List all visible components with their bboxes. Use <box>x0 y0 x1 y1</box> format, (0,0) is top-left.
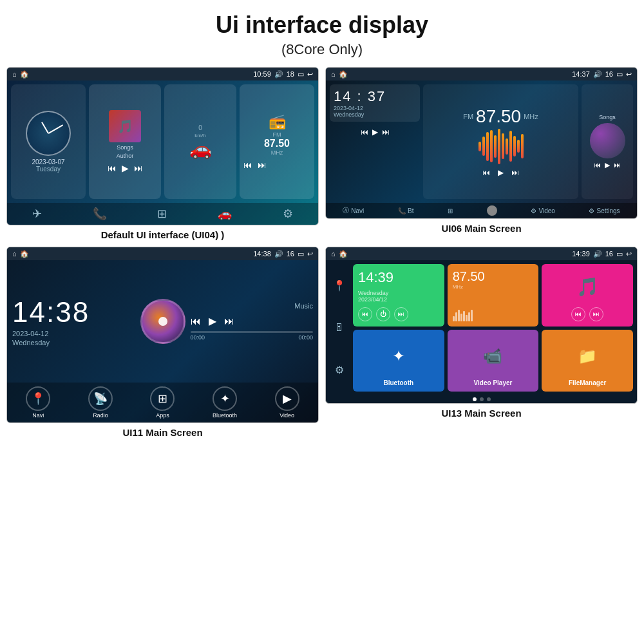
ui04-status-bar: ⌂ 🏠 10:59 🔊 18 ▭ ↩ <box>7 68 318 80</box>
ui04-date: 2023-03-07 <box>32 158 64 166</box>
ui11-time: 14:38 <box>253 250 271 258</box>
fm-prev-icon[interactable]: ⏮ <box>243 160 252 170</box>
ui11-status-left: ⌂ 🏠 <box>12 250 29 258</box>
tile-skip-fwd[interactable]: ⏭ <box>394 307 408 321</box>
ui11-body: 14:38 2023-04-12 Wednesday Music ⏮ ▶ <box>7 260 318 383</box>
ui04-btn-car[interactable]: 🚗 <box>218 207 232 221</box>
screens-grid: ⌂ 🏠 10:59 🔊 18 ▭ ↩ <box>0 67 644 444</box>
ui13-status-right: 14:39 🔊 16 ▭ ↩ <box>572 250 632 258</box>
mini-bar <box>466 315 468 321</box>
waveform-bar <box>502 133 504 159</box>
fm-next-icon[interactable]: ⏭ <box>258 160 267 170</box>
tile-time[interactable]: 14:39 Wednesday 2023/04/12 ⏮ ⏻ ⏭ <box>353 264 444 327</box>
volume-icon4: 🔊 <box>593 250 602 258</box>
mini-bar <box>460 314 462 321</box>
ui11-btn-bluetooth[interactable]: ✦ Bluetooth <box>213 386 237 419</box>
prev-icon[interactable]: ⏮ <box>108 163 117 173</box>
ui04-btn-phone[interactable]: 📞 <box>93 207 107 221</box>
ui04-fm-card: 📻 FM 87.50 MHz ⏮ ⏭ <box>240 84 314 199</box>
play-icon[interactable]: ▶ <box>122 163 129 173</box>
ui06-center-prev[interactable]: ⏮ <box>482 168 490 177</box>
waveform-bar <box>513 136 516 156</box>
bt-phone-icon: 📞 <box>398 207 406 214</box>
back-icon3[interactable]: ↩ <box>307 250 313 258</box>
ui06-playback-controls: ⏮ ▶ ⏭ <box>330 128 420 137</box>
ui06-next[interactable]: ⏭ <box>382 128 390 137</box>
bluetooth-tile-icon: ✦ <box>392 347 405 365</box>
ui11-btn-radio[interactable]: 📡 Radio <box>88 386 113 419</box>
ui04-fm-label: FM <box>273 131 281 138</box>
music-prev-btn[interactable]: ⏮ <box>571 307 585 321</box>
page-subtitle: (8Core Only) <box>0 41 644 58</box>
ui06-play[interactable]: ▶ <box>372 128 378 137</box>
clock-hour-hand <box>41 122 49 133</box>
ui11-next[interactable]: ⏭ <box>224 316 234 327</box>
dot-2 <box>480 397 484 401</box>
back-icon2[interactable]: ↩ <box>626 70 632 79</box>
bluetooth-btn-icon: ✦ <box>213 386 237 411</box>
ui06-right-controls: ⏮ ▶ ⏭ <box>594 161 621 169</box>
ui06-btn-bt[interactable]: 📞 Bt <box>398 207 413 214</box>
ui06-center-play[interactable]: ▶ <box>498 168 504 177</box>
ui11-play[interactable]: ▶ <box>209 315 216 327</box>
home-filled-icon4: 🏠 <box>339 250 348 258</box>
ui06-btn-settings[interactable]: ⚙ Settings <box>589 207 620 214</box>
tile-file-manager[interactable]: 📁 FileManager <box>542 330 633 392</box>
tile-bluetooth[interactable]: ✦ Bluetooth <box>353 330 444 392</box>
music-next-btn[interactable]: ⏭ <box>589 307 603 321</box>
folder-tile-icon: 📁 <box>578 347 597 365</box>
tile-fm[interactable]: 87.50 MHz <box>448 264 539 327</box>
waveform-bar <box>498 129 500 164</box>
next-icon[interactable]: ⏭ <box>134 163 143 173</box>
ui06-time: 14:37 <box>572 70 590 78</box>
tile-video-player[interactable]: 📹 Video Player <box>448 330 539 392</box>
speed-label: 0 <box>198 124 202 131</box>
ui04-btn-apps[interactable]: ⊞ <box>157 207 167 221</box>
waveform-bar <box>482 137 485 156</box>
ui06-r-next[interactable]: ⏭ <box>614 161 621 169</box>
ui04-screen: ⌂ 🏠 10:59 🔊 18 ▭ ↩ <box>6 67 319 225</box>
tile-skip-back[interactable]: ⏮ <box>358 307 372 321</box>
apps-btn-icon: ⊞ <box>150 386 175 411</box>
ui04-btn-navigation[interactable]: ✈ <box>32 207 42 221</box>
back-icon[interactable]: ↩ <box>307 70 313 79</box>
back-icon4[interactable]: ↩ <box>626 250 632 258</box>
ui06-fm-row: FM 87.50 MHz <box>463 106 538 127</box>
ui13-time: 14:39 <box>572 250 590 258</box>
mini-waveform <box>453 308 534 321</box>
sidebar-settings-icon[interactable]: ⚙ <box>330 364 349 376</box>
ui06-btn-apps[interactable]: ⊞ <box>448 207 453 214</box>
ui06-btn-circle[interactable] <box>487 205 497 216</box>
ui11-left: 14:38 2023-04-12 Wednesday <box>12 296 135 346</box>
ui11-btn-navi[interactable]: 📍 Navi <box>26 386 50 419</box>
mini-bar <box>455 312 457 321</box>
ui06-btn-video[interactable]: ⚙ Video <box>531 207 554 214</box>
ui06-center-controls: ⏮ ▶ ⏭ <box>482 168 519 177</box>
tile-power[interactable]: ⏻ <box>376 307 390 321</box>
ui13-footer <box>326 395 637 403</box>
ui06-center-next[interactable]: ⏭ <box>511 168 519 177</box>
dot-3 <box>487 397 491 401</box>
ui04-btn-settings[interactable]: ⚙ <box>283 207 293 221</box>
ui11-prev[interactable]: ⏮ <box>191 316 201 327</box>
ui06-waveform <box>423 127 578 166</box>
ui06-day: Wednesday <box>334 111 416 118</box>
ui06-prev[interactable]: ⏮ <box>361 128 368 137</box>
sidebar-equalizer-icon[interactable]: 🎚 <box>330 322 349 334</box>
ui11-btn-video[interactable]: ▶ Video <box>275 386 299 419</box>
sidebar-location-icon[interactable]: 📍 <box>330 279 349 292</box>
tile-music[interactable]: 🎵 ⏮ ⏭ <box>542 264 633 327</box>
ui06-date: 2023-04-12 <box>334 105 416 111</box>
ui11-btn-apps[interactable]: ⊞ Apps <box>150 386 175 419</box>
ui06-fm-unit: MHz <box>524 113 538 120</box>
volume-icon: 🔊 <box>274 70 283 79</box>
ui04-music-author: Author <box>117 153 134 159</box>
ui11-music-label: Music <box>191 302 314 310</box>
ui06-r-prev[interactable]: ⏮ <box>594 161 601 169</box>
ui06-btn-navi[interactable]: Ⓐ Navi <box>343 206 364 215</box>
video-label: Video <box>538 207 554 214</box>
ui13-sidebar: 📍 🎚 ⚙ <box>330 264 349 392</box>
ui06-left: 14 : 37 2023-04-12 Wednesday ⏮ ▶ ⏭ <box>330 84 420 199</box>
ui06-r-play[interactable]: ▶ <box>605 161 610 169</box>
ui06-time-block: 14 : 37 2023-04-12 Wednesday <box>330 84 420 122</box>
